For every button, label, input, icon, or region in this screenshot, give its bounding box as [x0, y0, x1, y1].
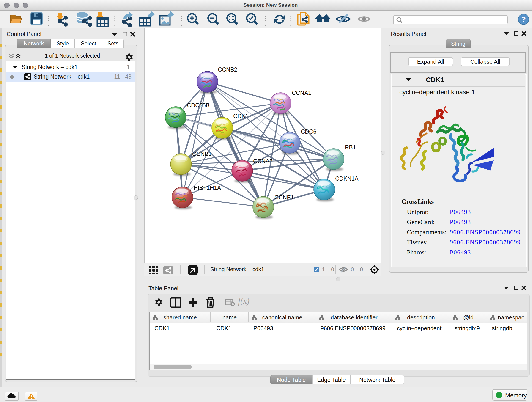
svg-text:HIST1H1A: HIST1H1A: [194, 185, 221, 191]
svg-text:CDK1: CDK1: [233, 113, 249, 119]
svg-text:CCNA1: CCNA1: [292, 89, 311, 96]
svg-text:CCNB1: CCNB1: [192, 151, 212, 157]
svg-text:CCNB2: CCNB2: [218, 66, 237, 73]
svg-text:CDC25B: CDC25B: [187, 102, 210, 108]
svg-text:CCNE1: CCNE1: [274, 194, 294, 201]
svg-text:CDKN1A: CDKN1A: [335, 175, 359, 182]
svg-text:CCNA2: CCNA2: [253, 158, 273, 164]
svg-text:CDC6: CDC6: [301, 128, 317, 135]
svg-text:?: ?: [521, 15, 526, 24]
svg-text:RB1: RB1: [345, 144, 356, 150]
